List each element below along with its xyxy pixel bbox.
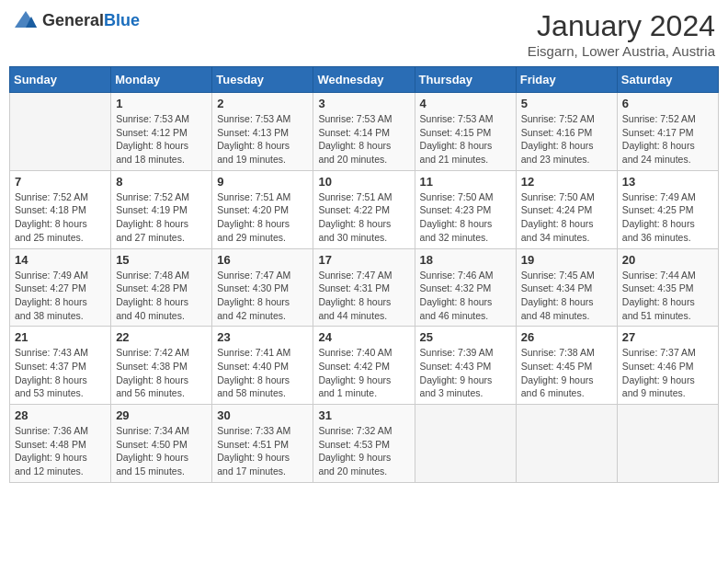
day-detail: Sunrise: 7:51 AMSunset: 4:22 PMDaylight:… <box>318 190 409 245</box>
day-detail: Sunrise: 7:52 AMSunset: 4:19 PMDaylight:… <box>116 190 207 245</box>
table-row: 22Sunrise: 7:42 AMSunset: 4:38 PMDayligh… <box>111 327 212 405</box>
table-row <box>10 93 111 171</box>
logo-general: General <box>42 11 104 29</box>
day-detail: Sunrise: 7:50 AMSunset: 4:24 PMDaylight:… <box>521 190 612 245</box>
day-detail: Sunrise: 7:53 AMSunset: 4:13 PMDaylight:… <box>217 112 308 167</box>
day-number: 8 <box>116 175 207 189</box>
col-thursday: Thursday <box>415 67 516 93</box>
table-row: 26Sunrise: 7:38 AMSunset: 4:45 PMDayligh… <box>516 327 617 405</box>
day-number: 1 <box>116 97 207 110</box>
table-row <box>516 405 617 483</box>
col-friday: Friday <box>516 67 617 93</box>
table-row: 9Sunrise: 7:51 AMSunset: 4:20 PMDaylight… <box>212 170 313 248</box>
day-detail: Sunrise: 7:43 AMSunset: 4:37 PMDaylight:… <box>15 346 106 400</box>
table-row: 28Sunrise: 7:36 AMSunset: 4:48 PMDayligh… <box>10 405 111 483</box>
day-number: 12 <box>521 175 612 189</box>
calendar-week-row: 28Sunrise: 7:36 AMSunset: 4:48 PMDayligh… <box>10 405 719 483</box>
table-row: 29Sunrise: 7:34 AMSunset: 4:50 PMDayligh… <box>111 405 212 483</box>
day-number: 27 <box>622 330 713 344</box>
day-detail: Sunrise: 7:41 AMSunset: 4:40 PMDaylight:… <box>217 346 308 400</box>
day-detail: Sunrise: 7:49 AMSunset: 4:25 PMDaylight:… <box>622 190 713 245</box>
day-number: 25 <box>420 330 511 344</box>
table-row <box>617 405 718 483</box>
logo: GeneralBlue <box>13 9 140 31</box>
page-header: GeneralBlue January 2024 Eisgarn, Lower … <box>9 9 719 59</box>
table-row: 30Sunrise: 7:33 AMSunset: 4:51 PMDayligh… <box>212 405 313 483</box>
calendar-header-row: Sunday Monday Tuesday Wednesday Thursday… <box>10 67 719 93</box>
day-number: 9 <box>217 175 308 189</box>
day-detail: Sunrise: 7:39 AMSunset: 4:43 PMDaylight:… <box>420 346 511 400</box>
day-detail: Sunrise: 7:40 AMSunset: 4:42 PMDaylight:… <box>318 346 409 400</box>
table-row: 18Sunrise: 7:46 AMSunset: 4:32 PMDayligh… <box>415 248 516 327</box>
calendar-week-row: 21Sunrise: 7:43 AMSunset: 4:37 PMDayligh… <box>10 327 719 405</box>
table-row: 31Sunrise: 7:32 AMSunset: 4:53 PMDayligh… <box>313 405 415 483</box>
day-number: 28 <box>15 408 106 422</box>
table-row: 4Sunrise: 7:53 AMSunset: 4:15 PMDaylight… <box>415 93 516 171</box>
logo-blue: Blue <box>104 11 140 29</box>
location-title: Eisgarn, Lower Austria, Austria <box>528 43 715 59</box>
day-number: 19 <box>521 253 612 267</box>
table-row: 1Sunrise: 7:53 AMSunset: 4:12 PMDaylight… <box>111 93 212 171</box>
day-detail: Sunrise: 7:49 AMSunset: 4:27 PMDaylight:… <box>15 269 106 323</box>
month-title: January 2024 <box>528 9 715 43</box>
day-number: 29 <box>116 408 207 422</box>
col-monday: Monday <box>111 67 212 93</box>
day-detail: Sunrise: 7:51 AMSunset: 4:20 PMDaylight:… <box>217 190 308 245</box>
day-detail: Sunrise: 7:46 AMSunset: 4:32 PMDaylight:… <box>420 269 511 323</box>
day-number: 15 <box>116 253 207 267</box>
day-number: 30 <box>217 408 308 422</box>
table-row: 23Sunrise: 7:41 AMSunset: 4:40 PMDayligh… <box>212 327 313 405</box>
day-detail: Sunrise: 7:47 AMSunset: 4:31 PMDaylight:… <box>318 269 409 323</box>
day-number: 18 <box>420 253 511 267</box>
logo-text: GeneralBlue <box>42 11 140 30</box>
table-row: 12Sunrise: 7:50 AMSunset: 4:24 PMDayligh… <box>516 170 617 248</box>
table-row: 6Sunrise: 7:52 AMSunset: 4:17 PMDaylight… <box>617 93 718 171</box>
day-number: 22 <box>116 330 207 344</box>
day-number: 21 <box>15 330 106 344</box>
table-row: 15Sunrise: 7:48 AMSunset: 4:28 PMDayligh… <box>111 248 212 327</box>
table-row: 20Sunrise: 7:44 AMSunset: 4:35 PMDayligh… <box>617 248 718 327</box>
day-detail: Sunrise: 7:36 AMSunset: 4:48 PMDaylight:… <box>15 424 106 478</box>
day-number: 5 <box>521 97 612 110</box>
day-number: 6 <box>622 97 713 110</box>
day-number: 10 <box>318 175 409 189</box>
table-row: 19Sunrise: 7:45 AMSunset: 4:34 PMDayligh… <box>516 248 617 327</box>
table-row: 2Sunrise: 7:53 AMSunset: 4:13 PMDaylight… <box>212 93 313 171</box>
table-row: 14Sunrise: 7:49 AMSunset: 4:27 PMDayligh… <box>10 248 111 327</box>
day-detail: Sunrise: 7:48 AMSunset: 4:28 PMDaylight:… <box>116 269 207 323</box>
col-saturday: Saturday <box>617 67 718 93</box>
day-number: 31 <box>318 408 409 422</box>
day-detail: Sunrise: 7:52 AMSunset: 4:17 PMDaylight:… <box>622 112 713 167</box>
day-detail: Sunrise: 7:53 AMSunset: 4:15 PMDaylight:… <box>420 112 511 167</box>
col-tuesday: Tuesday <box>212 67 313 93</box>
table-row: 11Sunrise: 7:50 AMSunset: 4:23 PMDayligh… <box>415 170 516 248</box>
logo-icon <box>13 9 39 31</box>
table-row: 8Sunrise: 7:52 AMSunset: 4:19 PMDaylight… <box>111 170 212 248</box>
day-detail: Sunrise: 7:53 AMSunset: 4:12 PMDaylight:… <box>116 112 207 167</box>
day-detail: Sunrise: 7:47 AMSunset: 4:30 PMDaylight:… <box>217 269 308 323</box>
table-row: 25Sunrise: 7:39 AMSunset: 4:43 PMDayligh… <box>415 327 516 405</box>
table-row: 5Sunrise: 7:52 AMSunset: 4:16 PMDaylight… <box>516 93 617 171</box>
day-number: 24 <box>318 330 409 344</box>
table-row: 24Sunrise: 7:40 AMSunset: 4:42 PMDayligh… <box>313 327 415 405</box>
table-row: 10Sunrise: 7:51 AMSunset: 4:22 PMDayligh… <box>313 170 415 248</box>
day-number: 17 <box>318 253 409 267</box>
day-detail: Sunrise: 7:52 AMSunset: 4:16 PMDaylight:… <box>521 112 612 167</box>
day-detail: Sunrise: 7:52 AMSunset: 4:18 PMDaylight:… <box>15 190 106 245</box>
day-number: 4 <box>420 97 511 110</box>
day-number: 13 <box>622 175 713 189</box>
day-number: 14 <box>15 253 106 267</box>
day-number: 3 <box>318 97 409 110</box>
day-detail: Sunrise: 7:42 AMSunset: 4:38 PMDaylight:… <box>116 346 207 400</box>
table-row: 13Sunrise: 7:49 AMSunset: 4:25 PMDayligh… <box>617 170 718 248</box>
day-detail: Sunrise: 7:33 AMSunset: 4:51 PMDaylight:… <box>217 424 308 478</box>
day-detail: Sunrise: 7:50 AMSunset: 4:23 PMDaylight:… <box>420 190 511 245</box>
col-sunday: Sunday <box>10 67 111 93</box>
day-detail: Sunrise: 7:37 AMSunset: 4:46 PMDaylight:… <box>622 346 713 400</box>
day-detail: Sunrise: 7:34 AMSunset: 4:50 PMDaylight:… <box>116 424 207 478</box>
table-row: 21Sunrise: 7:43 AMSunset: 4:37 PMDayligh… <box>10 327 111 405</box>
day-detail: Sunrise: 7:53 AMSunset: 4:14 PMDaylight:… <box>318 112 409 167</box>
calendar-week-row: 1Sunrise: 7:53 AMSunset: 4:12 PMDaylight… <box>10 93 719 171</box>
calendar-week-row: 7Sunrise: 7:52 AMSunset: 4:18 PMDaylight… <box>10 170 719 248</box>
day-number: 7 <box>15 175 106 189</box>
